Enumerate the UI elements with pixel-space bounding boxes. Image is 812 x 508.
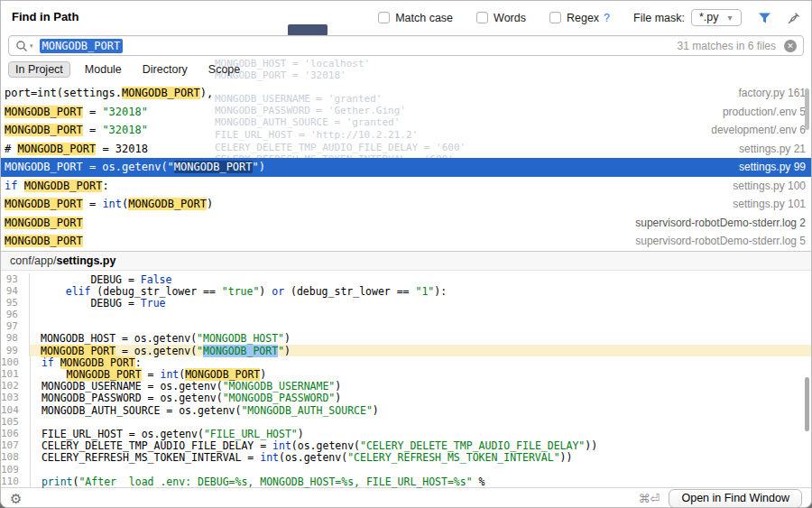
line-number: 96 xyxy=(1,309,30,320)
result-file-label: settings.py 101 xyxy=(720,198,806,210)
clear-search-icon[interactable]: ✕ xyxy=(784,40,797,52)
line-number: 107 xyxy=(1,439,31,451)
code-line: 110print("After load .env: DEBUG=%s, MON… xyxy=(1,476,811,487)
code-text: print("After load .env: DEBUG=%s, MONGOD… xyxy=(42,476,485,487)
result-code-text: MONGODB_PORT = int(MONGODB_PORT) xyxy=(5,198,213,210)
line-number: 101 xyxy=(1,368,31,380)
code-line: 100if MONGODB_PORT: xyxy=(1,356,811,368)
shortcut-hint: ⌘⏎ xyxy=(639,492,660,505)
regex-label: Regex xyxy=(567,12,599,24)
result-row[interactable]: if MONGODB_PORT:settings.py 100 xyxy=(1,177,811,196)
result-file-label: production/.env 5 xyxy=(710,106,806,118)
code-text: MONGODB_PASSWORD = os.getenv("MONGODB_PA… xyxy=(42,392,341,403)
code-text: CELERY_REFRESH_MS_TOKEN_INTERVAL = int(o… xyxy=(42,451,573,463)
result-file-label: settings.py 99 xyxy=(726,161,806,173)
code-line: 102MONGODB_USERNAME = os.getenv("MONGODB… xyxy=(1,380,811,392)
results-scrollbar[interactable] xyxy=(805,88,809,130)
result-file-label: supervisord-robotDemo-stderr.log 5 xyxy=(623,235,806,247)
code-text: elif (debug_str_lower == "true") or (deb… xyxy=(41,285,447,297)
result-row[interactable]: MONGODB_PORT = "32018"production/.env 5 xyxy=(1,103,811,122)
line-number: 94 xyxy=(1,285,30,297)
line-number: 108 xyxy=(1,451,31,463)
file-mask-value: *.py xyxy=(699,11,719,23)
line-number: 110 xyxy=(1,476,31,487)
code-line: 106FILE_URL_HOST = os.getenv("FILE_URL_H… xyxy=(1,428,811,439)
dialog-footer: ⚙ ⌘⏎ Open in Find Window xyxy=(1,487,811,508)
preview-file-header: conf/app/settings.py xyxy=(1,251,811,271)
code-line: 103MONGODB_PASSWORD = os.getenv("MONGODB… xyxy=(1,392,811,403)
options-row: Match case Words Regex ? File mask: *.py… xyxy=(355,9,800,26)
line-number: 99 xyxy=(1,345,30,356)
result-code-text: # MONGODB_PORT = 32018 xyxy=(5,143,148,155)
chevron-down-icon: ▾ xyxy=(728,13,733,23)
open-in-find-window-button[interactable]: Open in Find Window xyxy=(669,489,802,508)
code-line: 109 xyxy=(1,464,811,476)
line-number: 104 xyxy=(1,404,31,416)
line-number: 100 xyxy=(1,356,31,368)
match-case-checkbox[interactable]: Match case xyxy=(378,12,453,24)
code-line: 95 DEBUG = True xyxy=(1,297,811,309)
dialog-header: Find in Path Match case Words Regex ? Fi… xyxy=(1,1,811,84)
code-line: 93 DEBUG = False xyxy=(1,273,811,285)
checkbox-icon xyxy=(476,12,488,23)
code-text: MONGODB_AUTH_SOURCE = os.getenv("MONGODB… xyxy=(42,404,379,416)
match-case-label: Match case xyxy=(395,12,453,24)
result-row[interactable]: MONGODB_PORTsupervisord-robotDemo-stderr… xyxy=(1,214,811,233)
preview-scrollbar[interactable] xyxy=(805,377,809,431)
result-code-text: MONGODB_PORT = os.getenv("MONGODB_PORT") xyxy=(5,161,265,173)
result-file-label: settings.py 21 xyxy=(726,143,806,155)
filter-icon[interactable] xyxy=(758,12,771,24)
regex-help-icon[interactable]: ? xyxy=(604,12,610,24)
words-checkbox[interactable]: Words xyxy=(476,12,526,24)
line-number: 97 xyxy=(1,320,30,332)
result-code-text: if MONGODB_PORT: xyxy=(5,180,109,192)
result-row[interactable]: MONGODB_PORTsupervisord-robotDemo-stderr… xyxy=(1,232,811,251)
code-text: if MONGODB_PORT: xyxy=(42,356,142,368)
code-line: 96 xyxy=(1,309,811,320)
result-code-text: port=int(settings.MONGODB_PORT), xyxy=(5,87,213,99)
line-number: 102 xyxy=(1,380,31,392)
tab-module[interactable]: Module xyxy=(78,61,128,78)
dialog-title: Find in Path xyxy=(12,10,78,23)
pin-icon[interactable] xyxy=(788,12,800,24)
search-icon: ▾ xyxy=(15,40,33,52)
line-number: 109 xyxy=(1,464,31,476)
result-row[interactable]: # MONGODB_PORT = 32018settings.py 21 xyxy=(1,140,811,159)
result-row[interactable]: port=int(settings.MONGODB_PORT),factory.… xyxy=(1,84,811,103)
result-row[interactable]: MONGODB_PORT = os.getenv("MONGODB_PORT")… xyxy=(1,158,811,177)
gear-icon[interactable]: ⚙ xyxy=(10,492,22,505)
result-summary: 31 matches in 6 files xyxy=(678,40,776,52)
line-number: 98 xyxy=(1,332,30,344)
code-text: CELERY_DELETE_TMP_AUDIO_FILE_DELAY = int… xyxy=(42,439,597,451)
scope-tabs: In Project Module Directory Scope xyxy=(8,61,254,78)
preview-pane[interactable]: 93 DEBUG = False94 elif (debug_str_lower… xyxy=(1,271,811,487)
result-code-text: MONGODB_PORT = "32018" xyxy=(5,124,148,136)
regex-checkbox[interactable]: Regex ? xyxy=(549,12,610,24)
preview-file-path: conf/app/ xyxy=(10,254,56,267)
file-mask-combobox[interactable]: *.py ▾ xyxy=(691,9,742,26)
code-line: 94 elif (debug_str_lower == "true") or (… xyxy=(1,285,811,297)
search-history-chevron-icon: ▾ xyxy=(30,42,33,50)
result-code-text: MONGODB_PORT = "32018" xyxy=(5,106,148,118)
search-input[interactable]: ▾ MONGODB_PORT 31 matches in 6 files ✕ xyxy=(8,35,804,56)
result-file-label: development/.env 6 xyxy=(698,124,806,136)
code-line: 98MONGODB_HOST = os.getenv("MONGODB_HOST… xyxy=(1,332,811,344)
tab-in-project[interactable]: In Project xyxy=(8,61,70,78)
result-row[interactable]: MONGODB_PORT = "32018"development/.env 6 xyxy=(1,121,811,140)
code-line: 99MONGODB_PORT = os.getenv("MONGODB_PORT… xyxy=(1,345,811,356)
code-line: 105 xyxy=(1,416,811,428)
code-line: 101 MONGODB_PORT = int(MONGODB_PORT) xyxy=(1,368,811,380)
code-line: 97 xyxy=(1,320,811,332)
line-number: 103 xyxy=(1,392,31,403)
code-line: 108CELERY_REFRESH_MS_TOKEN_INTERVAL = in… xyxy=(1,451,811,463)
code-text: FILE_URL_HOST = os.getenv("FILE_URL_HOST… xyxy=(42,428,304,439)
preview-file-name: settings.py xyxy=(56,254,115,267)
results-list: port=int(settings.MONGODB_PORT),factory.… xyxy=(1,84,811,251)
line-number: 93 xyxy=(1,273,30,285)
tab-scope[interactable]: Scope xyxy=(202,61,246,78)
code-text: MONGODB_PORT = int(MONGODB_PORT) xyxy=(42,368,266,380)
result-row[interactable]: MONGODB_PORT = int(MONGODB_PORT)settings… xyxy=(1,195,811,214)
result-code-text: MONGODB_PORT xyxy=(5,217,83,229)
line-number: 95 xyxy=(1,297,30,309)
tab-directory[interactable]: Directory xyxy=(136,61,194,78)
